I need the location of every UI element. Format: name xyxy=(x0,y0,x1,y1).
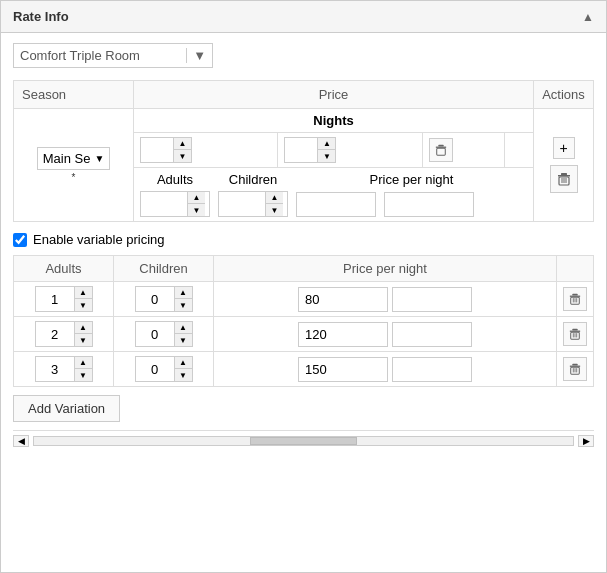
var-children-cell: ▲ ▼ xyxy=(114,282,214,317)
adults-up[interactable]: ▲ xyxy=(187,192,205,204)
var-price-input-1[interactable] xyxy=(298,322,388,347)
empty-cell1 xyxy=(505,133,534,168)
var-price-input-2[interactable] xyxy=(298,357,388,382)
panel-body: Comfort Triple Room ▼ Season Price Actio… xyxy=(1,33,606,572)
rate-info-panel: Rate Info ▲ Comfort Triple Room ▼ Season… xyxy=(0,0,607,573)
var-children-up-0[interactable]: ▲ xyxy=(174,287,192,299)
adults-input[interactable]: 3 xyxy=(141,192,187,216)
var-children-input-group-0: ▲ ▼ xyxy=(135,286,193,312)
delete-variation-button-1[interactable] xyxy=(563,322,587,346)
add-variation-button[interactable]: Add Variation xyxy=(13,395,120,422)
nights-from-input-group: 1 ▲ ▼ xyxy=(140,137,192,163)
var-children-up-1[interactable]: ▲ xyxy=(174,322,192,334)
svg-rect-9 xyxy=(570,296,580,297)
variation-row: ▲ ▼ ▲ ▼ xyxy=(14,317,594,352)
adults-down[interactable]: ▼ xyxy=(187,204,205,216)
season-star: * xyxy=(20,172,127,183)
nights-from-cell: 1 ▲ ▼ xyxy=(134,133,278,168)
var-price-input-0[interactable] xyxy=(298,287,388,312)
svg-rect-1 xyxy=(561,173,567,175)
add-row-button[interactable]: + xyxy=(553,137,575,159)
scroll-right-button[interactable]: ▶ xyxy=(578,435,594,447)
var-children-down-0[interactable]: ▼ xyxy=(174,299,192,311)
room-select-dropdown[interactable]: Comfort Triple Room ▼ xyxy=(13,43,213,68)
price-per-night-label: Price per night xyxy=(296,172,527,187)
panel-title: Rate Info xyxy=(13,9,69,24)
var-th-price: Price per night xyxy=(214,256,557,282)
var-adults-down-0[interactable]: ▼ xyxy=(74,299,92,311)
var-children-down-1[interactable]: ▼ xyxy=(174,334,192,346)
children-up[interactable]: ▲ xyxy=(265,192,283,204)
var-adults-up-2[interactable]: ▲ xyxy=(74,357,92,369)
svg-rect-0 xyxy=(558,175,570,177)
room-select-row: Comfort Triple Room ▼ xyxy=(13,43,594,68)
var-adults-input-2[interactable] xyxy=(36,357,74,381)
scrollbar-thumb[interactable] xyxy=(250,437,358,445)
nights-to-up[interactable]: ▲ xyxy=(317,138,335,150)
main-rate-table: Season Price Actions Main Se ▼ * xyxy=(13,80,594,222)
var-children-down-2[interactable]: ▼ xyxy=(174,369,192,381)
var-children-input-1[interactable] xyxy=(136,322,174,346)
price-input2[interactable]: 57.428751 xyxy=(384,192,474,217)
delete-nights-button[interactable] xyxy=(429,138,453,162)
var-price-cell xyxy=(214,352,557,387)
var-adults-cell: ▲ ▼ xyxy=(14,352,114,387)
var-delete-cell xyxy=(557,317,594,352)
var-adults-input-group-2: ▲ ▼ xyxy=(35,356,93,382)
delete-variation-button-0[interactable] xyxy=(563,287,587,311)
season-cell: Main Se ▼ * xyxy=(14,109,134,222)
var-children-cell: ▲ ▼ xyxy=(114,317,214,352)
room-select-value: Comfort Triple Room xyxy=(20,48,140,63)
th-season: Season xyxy=(14,81,134,109)
price-input[interactable]: 67 xyxy=(296,192,376,217)
svg-rect-21 xyxy=(570,366,580,367)
scrollbar-row: ◀ ▶ xyxy=(13,430,594,451)
var-price2-input-1[interactable] xyxy=(392,322,472,347)
th-price: Price xyxy=(134,81,534,109)
children-input[interactable]: 1 xyxy=(219,192,265,216)
trash-small-icon xyxy=(435,144,447,156)
delete-row-button[interactable] xyxy=(550,165,578,193)
var-children-input-2[interactable] xyxy=(136,357,174,381)
svg-rect-15 xyxy=(570,331,580,332)
children-down[interactable]: ▼ xyxy=(265,204,283,216)
nights-to-input[interactable]: 7 xyxy=(285,138,317,162)
trash-var-icon xyxy=(569,293,581,305)
scroll-left-button[interactable]: ◀ xyxy=(13,435,29,447)
adults-input-group: 3 ▲ ▼ xyxy=(140,191,210,217)
delete-variation-button-2[interactable] xyxy=(563,357,587,381)
variable-pricing-checkbox[interactable] xyxy=(13,233,27,247)
var-children-up-2[interactable]: ▲ xyxy=(174,357,192,369)
var-children-input-group-2: ▲ ▼ xyxy=(135,356,193,382)
nights-label-cell: Nights xyxy=(134,109,534,133)
variation-row: ▲ ▼ ▲ ▼ xyxy=(14,282,594,317)
var-price2-input-0[interactable] xyxy=(392,287,472,312)
nights-from-down[interactable]: ▼ xyxy=(173,150,191,162)
panel-header: Rate Info ▲ xyxy=(1,1,606,33)
var-adults-up-1[interactable]: ▲ xyxy=(74,322,92,334)
nights-from-up[interactable]: ▲ xyxy=(173,138,191,150)
var-children-input-0[interactable] xyxy=(136,287,174,311)
var-price2-input-2[interactable] xyxy=(392,357,472,382)
scrollbar-track xyxy=(33,436,574,446)
var-adults-cell: ▲ ▼ xyxy=(14,282,114,317)
children-label: Children xyxy=(218,172,288,187)
actions-cell: + xyxy=(534,109,594,222)
season-dropdown-arrow[interactable]: ▼ xyxy=(94,153,104,164)
season-label: Main Se xyxy=(43,151,91,166)
var-adults-input-0[interactable] xyxy=(36,287,74,311)
var-adults-input-group-1: ▲ ▼ xyxy=(35,321,93,347)
children-input-group: 1 ▲ ▼ xyxy=(218,191,288,217)
nights-delete-cell xyxy=(422,133,504,168)
var-adults-up-0[interactable]: ▲ xyxy=(74,287,92,299)
nights-to-down[interactable]: ▼ xyxy=(317,150,335,162)
var-adults-down-2[interactable]: ▼ xyxy=(74,369,92,381)
var-adults-down-1[interactable]: ▼ xyxy=(74,334,92,346)
var-delete-cell xyxy=(557,282,594,317)
var-th-adults: Adults xyxy=(14,256,114,282)
nights-from-input[interactable]: 1 xyxy=(141,138,173,162)
nights-to-input-group: 7 ▲ ▼ xyxy=(284,137,336,163)
collapse-icon[interactable]: ▲ xyxy=(582,10,594,24)
var-adults-input-1[interactable] xyxy=(36,322,74,346)
svg-rect-7 xyxy=(438,145,443,147)
